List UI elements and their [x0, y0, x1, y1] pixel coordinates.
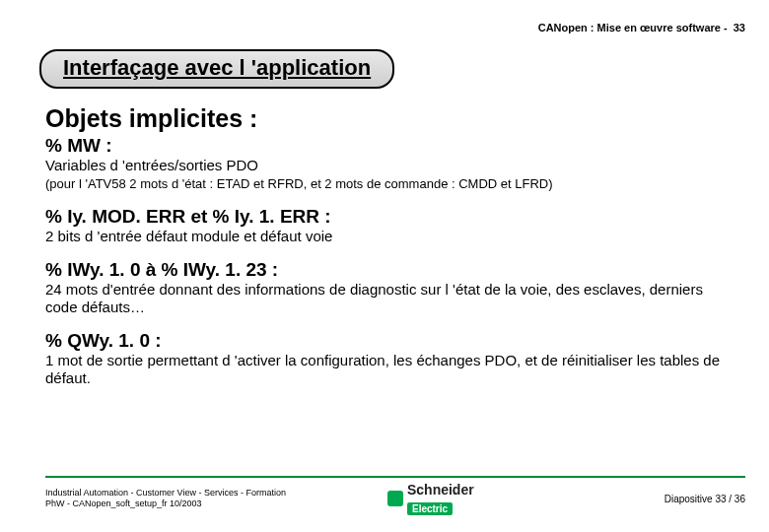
section-2-desc: 24 mots d'entrée donnant des information… [45, 281, 724, 316]
schneider-logo: Schneider Electric [387, 481, 474, 516]
header-doc-title: CANopen : Mise en œuvre software - [538, 22, 728, 33]
section-0-small: (pour l 'ATV58 2 mots d 'état : ETAD et … [45, 176, 724, 192]
main-heading: Objets implicites : [45, 104, 724, 133]
header-page-no: 33 [734, 22, 745, 33]
logo-electric-badge: Electric [407, 502, 453, 515]
slide-title-pill: Interfaçage avec l 'application [39, 49, 394, 89]
footer-divider [45, 476, 745, 478]
footer-line2: PhW - CANopen_soft_setup_fr 10/2003 [45, 499, 286, 509]
section-3-desc: 1 mot de sortie permettant d 'activer la… [45, 352, 724, 387]
section-3-heading: % QWy. 1. 0 : [45, 330, 724, 352]
section-1-desc: 2 bits d 'entrée défaut module et défaut… [45, 228, 724, 245]
logo-swoosh-icon [387, 491, 403, 506]
header-doc-info: CANopen : Mise en œuvre software - 33 [538, 22, 745, 33]
section-2-heading: % IWy. 1. 0 à % IWy. 1. 23 : [45, 259, 724, 281]
content-area: Objets implicites : % MW : Variables d '… [45, 99, 724, 387]
footer: Industrial Automation - Customer View - … [45, 476, 745, 516]
footer-line1: Industrial Automation - Customer View - … [45, 488, 286, 499]
footer-slide-number: Diapositive 33 / 36 [664, 494, 745, 504]
logo-brand-text: Schneider [407, 482, 474, 498]
section-0-desc: Variables d 'entrées/sorties PDO [45, 157, 724, 174]
section-0-heading: % MW : [45, 135, 724, 157]
footer-left: Industrial Automation - Customer View - … [45, 488, 286, 509]
section-1-heading: % Iy. MOD. ERR et % Iy. 1. ERR : [45, 206, 724, 228]
